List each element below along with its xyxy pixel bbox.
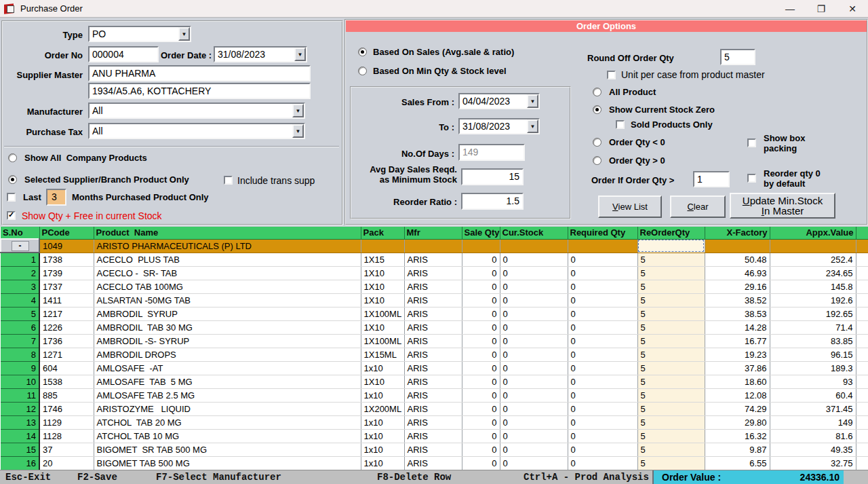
- cell-cur-stock[interactable]: 0: [500, 361, 568, 375]
- cell-appx-value[interactable]: 32.75: [770, 456, 856, 470]
- cell-pcode[interactable]: 37: [39, 443, 94, 456]
- cell-pcode[interactable]: 1411: [39, 293, 94, 307]
- cell-product-name[interactable]: ATCHOL TAB 10 MG: [94, 429, 361, 443]
- cell-sno[interactable]: 2: [1, 266, 39, 280]
- cell-sno[interactable]: 16: [1, 456, 39, 470]
- cell-product-name[interactable]: ACECLO PLUS TAB: [94, 253, 361, 266]
- cell-pack[interactable]: 1X10: [361, 266, 404, 280]
- cell-appx-value[interactable]: 371.45: [770, 402, 856, 415]
- cell-product-name[interactable]: AMBRODIL DROPS: [94, 348, 361, 361]
- cell-pcode[interactable]: 1736: [39, 334, 94, 348]
- avg-day-sales-field[interactable]: 15: [461, 168, 524, 185]
- cell-product-name[interactable]: AMLOSAFE -AT: [94, 361, 361, 375]
- cell-sno[interactable]: 9: [1, 361, 39, 375]
- cell-pcode[interactable]: 1128: [39, 429, 94, 443]
- cell-sale-qty[interactable]: 0: [462, 334, 500, 348]
- col-x-factory[interactable]: X-Factory: [705, 227, 770, 239]
- col-product-name[interactable]: Product Name: [94, 227, 361, 239]
- cell-sale-qty[interactable]: 0: [462, 388, 500, 402]
- table-row[interactable]: 2 1739 ACECLO - SR- TAB 1X10 ARIS 0 0 0 …: [1, 266, 868, 280]
- cell-product-name[interactable]: BIGOMET SR TAB 500 MG: [94, 443, 361, 456]
- cell-sale-qty[interactable]: 0: [462, 402, 500, 415]
- chevron-down-icon[interactable]: ▼: [292, 124, 304, 138]
- cell-reorder-qty[interactable]: 5: [637, 415, 705, 429]
- reorder-ratio-field[interactable]: 1.5: [461, 193, 524, 210]
- cell-sno[interactable]: 1: [1, 253, 39, 266]
- cell-cur-stock[interactable]: 0: [500, 456, 568, 470]
- cell-reorder-qty[interactable]: 5: [637, 334, 705, 348]
- cell-mfr[interactable]: ARIS: [404, 280, 462, 293]
- cell-mfr[interactable]: ARIS: [404, 334, 462, 348]
- table-row[interactable]: 11 885 AMLOSAFE TAB 2.5 MG 1x10 ARIS 0 0…: [1, 388, 868, 402]
- last-months-checkbox[interactable]: [7, 193, 16, 202]
- table-row[interactable]: 14 1128 ATCHOL TAB 10 MG 1x10 ARIS 0 0 0…: [1, 429, 868, 443]
- chevron-down-icon[interactable]: ▼: [292, 104, 304, 117]
- cell-sno[interactable]: 3: [1, 280, 39, 293]
- cell-mfr[interactable]: ARIS: [404, 293, 462, 307]
- col-sno[interactable]: S.No: [1, 227, 39, 239]
- cell-x-factory[interactable]: 19.23: [705, 348, 770, 361]
- cell-pack[interactable]: 1X15ML: [361, 348, 404, 361]
- cell-appx-value[interactable]: 145.8: [770, 280, 856, 293]
- show-qty-free-checkbox[interactable]: [7, 211, 16, 220]
- table-row[interactable]: 8 1271 AMBRODIL DROPS 1X15ML ARIS 0 0 0 …: [1, 348, 868, 361]
- cell-appx-value[interactable]: 192.65: [770, 307, 856, 320]
- cell-required-qty[interactable]: 0: [568, 402, 637, 415]
- col-required-qty[interactable]: Required Qty: [568, 227, 637, 239]
- cell-cur-stock[interactable]: 0: [500, 307, 568, 320]
- cell-mfr[interactable]: ARIS: [404, 361, 462, 375]
- cell-product-name[interactable]: ACECLO - SR- TAB: [94, 266, 361, 280]
- supplier-name-field[interactable]: ANU PHARMA: [88, 65, 311, 81]
- cell-x-factory[interactable]: 38.53: [705, 307, 770, 320]
- cell-reorder-qty[interactable]: 5: [637, 307, 705, 320]
- all-product-radio[interactable]: [593, 88, 601, 96]
- cell-pcode[interactable]: 1746: [39, 402, 94, 415]
- cell-pack[interactable]: 1X10: [361, 280, 404, 293]
- cell-required-qty[interactable]: 0: [568, 280, 637, 293]
- cell-sno[interactable]: 13: [1, 415, 39, 429]
- cell-product-name[interactable]: AMLOSAFE TAB 5 MG: [94, 375, 361, 388]
- cell-cur-stock[interactable]: 0: [500, 429, 568, 443]
- cell-mfr[interactable]: ARIS: [404, 415, 462, 429]
- cell-sno[interactable]: 7: [1, 334, 39, 348]
- cell-mfr[interactable]: ARIS: [404, 388, 462, 402]
- cell-mfr[interactable]: ARIS: [404, 320, 462, 334]
- cell-required-qty[interactable]: 0: [568, 415, 637, 429]
- cell-cur-stock[interactable]: 0: [500, 375, 568, 388]
- chevron-down-icon[interactable]: ▼: [527, 94, 538, 108]
- cell-required-qty[interactable]: 0: [568, 320, 637, 334]
- cell-pack[interactable]: 1x10: [361, 388, 404, 402]
- cell-pack[interactable]: 1X10: [361, 320, 404, 334]
- cell-product-name[interactable]: AMBRODIL TAB 30 MG: [94, 320, 361, 334]
- chevron-down-icon[interactable]: ▼: [178, 27, 190, 41]
- cell-pack[interactable]: 1x10: [361, 443, 404, 456]
- based-on-sales-radio[interactable]: [358, 48, 367, 56]
- cell-sale-qty[interactable]: [462, 239, 500, 253]
- cell-product-name[interactable]: ATCHOL TAB 20 MG: [94, 415, 361, 429]
- cell-required-qty[interactable]: 0: [568, 429, 637, 443]
- cell-reorder-qty[interactable]: 5: [637, 375, 705, 388]
- cell-appx-value[interactable]: 81.6: [770, 429, 856, 443]
- cell-sno[interactable]: 14: [1, 429, 39, 443]
- cell-sno[interactable]: 12: [1, 402, 39, 415]
- sold-products-checkbox[interactable]: [616, 120, 625, 129]
- table-row[interactable]: 9 604 AMLOSAFE -AT 1x10 ARIS 0 0 0 5 37.…: [1, 361, 868, 375]
- cell-mfr[interactable]: ARIS: [404, 266, 462, 280]
- table-row[interactable]: 5 1217 AMBRODIL SYRUP 1X100ML ARIS 0 0 0…: [1, 307, 868, 320]
- cell-mfr[interactable]: ARIS: [404, 307, 462, 320]
- cell-sno[interactable]: 10: [1, 375, 39, 388]
- cell-product-name[interactable]: BIGOMET TAB 500 MG: [94, 456, 361, 470]
- stock-zero-radio[interactable]: [593, 105, 601, 114]
- table-row[interactable]: 13 1129 ATCHOL TAB 20 MG 1x10 ARIS 0 0 0…: [1, 415, 868, 429]
- cell-x-factory[interactable]: 50.48: [705, 253, 770, 266]
- col-cur-stock[interactable]: Cur.Stock: [500, 227, 568, 239]
- cell-required-qty[interactable]: 0: [568, 388, 637, 402]
- minimize-icon[interactable]: —: [774, 0, 806, 17]
- cell-mfr[interactable]: [404, 239, 462, 253]
- cell-appx-value[interactable]: 83.85: [770, 334, 856, 348]
- manufacturer-combo[interactable]: All ▼: [88, 103, 305, 119]
- cell-sno[interactable]: 8: [1, 348, 39, 361]
- cell-appx-value[interactable]: 96.15: [770, 348, 856, 361]
- cell-pcode[interactable]: 885: [39, 388, 94, 402]
- cell-x-factory[interactable]: 38.52: [705, 293, 770, 307]
